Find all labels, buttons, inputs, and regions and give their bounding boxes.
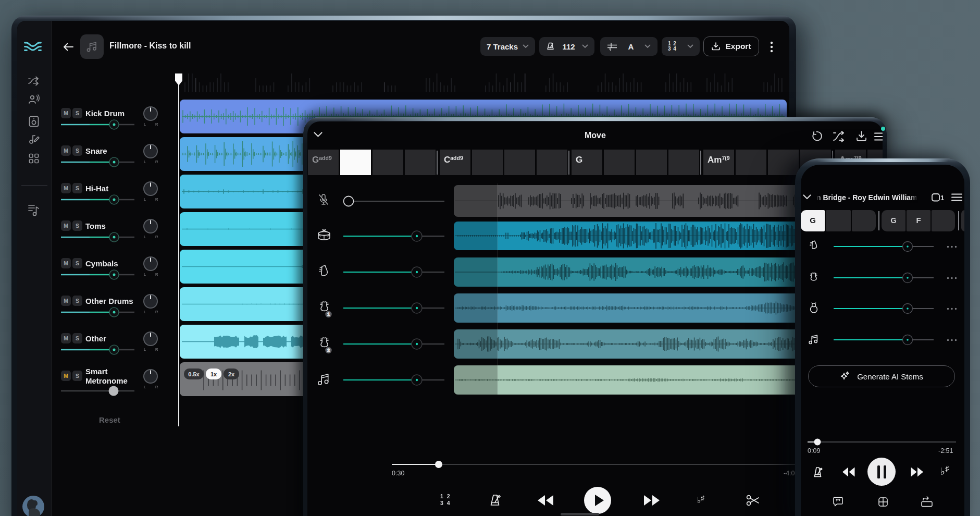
svg-text:1: 1 [940, 194, 944, 202]
svg-text:2: 2 [327, 348, 330, 353]
svg-text:1: 1 [327, 312, 330, 317]
